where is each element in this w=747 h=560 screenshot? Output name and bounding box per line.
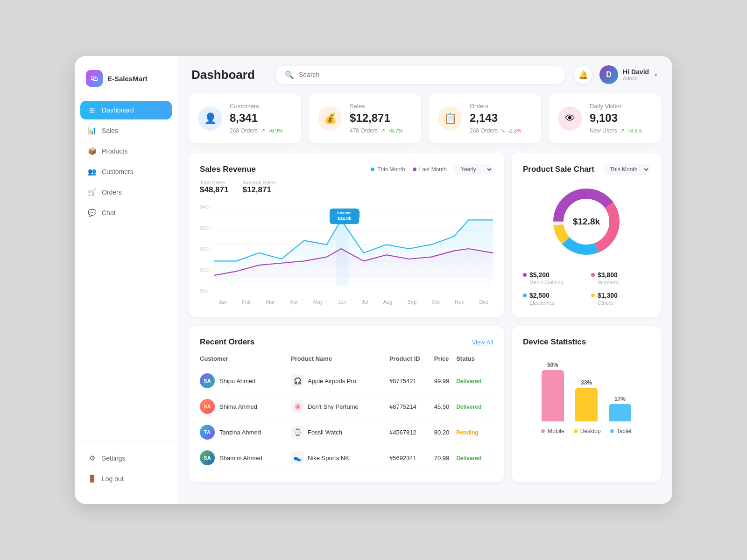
header-right: 🔔 D Hi David Admin ▼ — [574, 65, 658, 84]
sidebar-item-sales[interactable]: 📊 Sales — [80, 121, 172, 140]
tablet-dot — [610, 429, 614, 433]
orders-footer: 268 Orders ↘ -2.3% — [470, 127, 532, 134]
cust-avatar: SA — [200, 399, 215, 414]
status-badge: Delivered — [456, 404, 481, 410]
yearly-filter[interactable]: Yearly Monthly — [454, 164, 493, 175]
sidebar-item-orders[interactable]: 🛒 Orders — [80, 183, 172, 202]
notification-button[interactable]: 🔔 — [574, 66, 592, 84]
sidebar-bottom: ⚙ Settings 🚪 Log out — [75, 441, 177, 490]
sidebar-label-orders: Orders — [102, 189, 122, 196]
user-info[interactable]: D Hi David Admin ▼ — [599, 65, 658, 84]
sidebar-item-dashboard[interactable]: ⊞ Dashboard — [80, 101, 172, 119]
sidebar-label-logout: Log out — [102, 475, 124, 483]
product-id: #8775421 — [389, 368, 434, 394]
price: 45.50 — [434, 394, 456, 420]
legend-last-month: Last Month — [413, 166, 447, 173]
sidebar-item-products[interactable]: 📦 Products — [80, 142, 172, 161]
sidebar-label-dashboard: Dashboard — [102, 106, 134, 114]
product-thumb: ⌚ — [291, 426, 304, 439]
sales-stat-icon: 💰 — [318, 106, 342, 131]
customers-stat-info: Customers 8,341 268 Orders ↗ +6.9% — [230, 103, 292, 134]
customer-cell: SAShamim Ahmed — [200, 450, 291, 465]
search-bar[interactable]: 🔍 — [275, 66, 565, 84]
charts-row: Sales Revenue This Month Last Month Year… — [177, 153, 672, 326]
legend-this-month: This Month — [371, 166, 405, 173]
orders-icon: 🛒 — [88, 188, 96, 196]
tablet-label: Tablet — [617, 428, 632, 434]
visitor-value: 9,103 — [590, 112, 652, 125]
search-icon: 🔍 — [285, 70, 294, 79]
legend-mens: $5,200 Men's Clothing — [523, 271, 582, 285]
sidebar-item-chat[interactable]: 💬 Chat — [80, 203, 172, 222]
bar-tablet — [609, 404, 631, 421]
table-row: TATanzina Ahmed ⌚Fossil Watch #4567812 8… — [200, 420, 493, 445]
status-badge: Delivered — [456, 455, 481, 462]
visitor-stat-icon: 👁 — [558, 106, 582, 131]
products-icon: 📦 — [88, 147, 96, 155]
device-stats-title: Device Statistics — [523, 337, 650, 347]
visitor-stat-info: Daily Visitor 9,103 New Users ↗ +8.6% — [590, 103, 652, 134]
sidebar-item-settings[interactable]: ⚙ Settings — [80, 449, 172, 468]
sales-chart-svg: Income Income Income $12.8k — [214, 202, 493, 295]
table-row: SAShima Ahmed 🌸Don't Shy Perfume #877521… — [200, 394, 493, 420]
header: Dashboard 🔍 🔔 D Hi David Admin ▼ — [177, 56, 672, 93]
page-title: Dashboard — [191, 68, 266, 82]
avg-sales-value: $12,871 — [242, 185, 271, 194]
sales-badge: +8.7% — [388, 128, 403, 133]
sales-chart-header: Sales Revenue This Month Last Month Year… — [200, 164, 493, 175]
customers-value: 8,341 — [230, 112, 292, 125]
tablet-pct: 17% — [614, 396, 626, 402]
sales-label: Sales — [350, 103, 412, 110]
donut-legend: $5,200 Men's Clothing $3,800 Women's $2,… — [523, 271, 650, 306]
customer-cell: TATanzina Ahmed — [200, 425, 291, 440]
bar-group-tablet: 17% — [609, 396, 631, 421]
legend-desktop: Desktop — [574, 428, 601, 434]
sidebar-label-sales: Sales — [102, 127, 118, 134]
stat-card-sales: 💰 Sales $12,871 478 Orders ↗ +8.7% — [309, 93, 421, 143]
visitor-orders: New Users — [590, 127, 617, 134]
desktop-pct: 33% — [581, 379, 592, 386]
product-id: #5692341 — [389, 445, 434, 471]
dashboard-icon: ⊞ — [88, 106, 96, 114]
table-row: SAShamim Ahmed 👟Nike Sports NK #5692341 … — [200, 445, 493, 471]
legend-electronics: $2,500 Electronics — [523, 292, 582, 306]
avg-sales-meta: Average Sales $12,871 — [242, 180, 275, 195]
bar-desktop — [575, 388, 598, 421]
product-thumb: 🎧 — [291, 374, 304, 387]
donut-center-value: $12.8k — [573, 217, 600, 227]
bar-chart-area: 50% 33% 17% — [523, 356, 650, 421]
svg-text:$12.8k: $12.8k — [338, 216, 352, 221]
product-id: #4567812 — [389, 420, 434, 445]
total-sales-value: $48,871 — [200, 185, 228, 194]
bottom-row: Recent Orders View All Customer Product … — [177, 326, 672, 493]
desktop-label: Desktop — [580, 428, 601, 434]
search-input[interactable] — [299, 71, 556, 78]
donut-container: $12.8k — [549, 184, 624, 259]
sales-footer: 478 Orders ↗ +8.7% — [350, 127, 412, 134]
status-badge: Delivered — [456, 378, 481, 385]
customers-stat-icon: 👤 — [198, 106, 222, 131]
visitor-footer: New Users ↗ +8.6% — [590, 127, 652, 134]
sales-value: $12,871 — [350, 112, 412, 125]
price: 99.99 — [434, 368, 456, 394]
stats-row: 👤 Customers 8,341 268 Orders ↗ +6.9% 💰 S… — [177, 93, 672, 153]
chevron-down-icon: ▼ — [654, 72, 658, 77]
table-row: SAShipu Ahmed 🎧Apple Airpods Pro #877542… — [200, 368, 493, 394]
donut-filter[interactable]: This Month Last Month — [603, 164, 650, 175]
donut-chart-card: Product Sale Chart This Month Last Month — [512, 153, 661, 317]
price: 70.99 — [434, 445, 456, 471]
col-id: Product ID — [389, 355, 434, 368]
nav-menu: ⊞ Dashboard 📊 Sales 📦 Products 👥 Custome… — [75, 101, 177, 432]
col-customer: Customer — [200, 355, 291, 368]
status-badge: Pending — [456, 429, 478, 436]
sidebar-item-customers[interactable]: 👥 Customers — [80, 162, 172, 181]
donut-chart-header: Product Sale Chart This Month Last Month — [523, 164, 650, 175]
view-all-link[interactable]: View All — [472, 339, 493, 346]
stat-card-customers: 👤 Customers 8,341 268 Orders ↗ +6.9% — [189, 93, 301, 143]
product-thumb: 🌸 — [291, 400, 304, 413]
cust-avatar: SA — [200, 450, 215, 465]
user-role: Admin — [623, 76, 649, 81]
user-details: Hi David Admin — [623, 68, 649, 81]
col-status: Status — [456, 355, 493, 368]
sidebar-item-logout[interactable]: 🚪 Log out — [80, 469, 172, 488]
